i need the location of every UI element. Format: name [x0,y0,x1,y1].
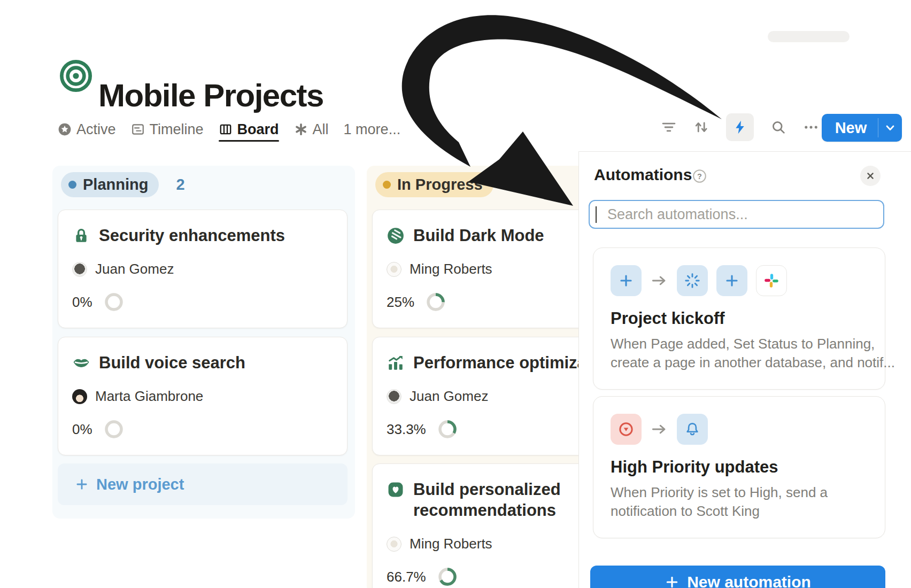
progress-ring [103,419,125,440]
progress-label: 0% [72,421,92,438]
plus-icon-tile [716,265,747,296]
progress-ring [437,419,458,440]
column-count: 2 [176,176,184,194]
automation-icon-row [611,265,868,296]
avatar [72,262,87,277]
progress-label: 0% [72,294,92,311]
more-icon[interactable] [803,119,819,135]
star-circle-icon [58,122,72,136]
assignee-name: Juan Gomez [95,261,174,277]
close-button[interactable] [860,166,881,186]
automation-icon-row [611,414,868,445]
card-title: Build Dark Mode [413,225,544,246]
active-tab-underline [219,140,279,142]
automation-description: create a page in another database, and n… [611,353,868,372]
page-title: Mobile Projects [98,77,323,114]
automations-search-input[interactable] [589,200,884,229]
tab-active[interactable]: Active [58,121,116,138]
tab-label: Timeline [150,121,204,138]
blurred-artifact [768,31,850,42]
card-title: Build voice search [99,352,245,373]
tab-all[interactable]: All [294,121,329,138]
spinner-icon-tile [677,265,708,296]
view-tabs: ActiveTimelineBoardAll1 more... [58,118,400,141]
progress-label: 25% [387,294,414,311]
avatar [387,537,402,552]
slack-icon-tile [756,265,787,296]
automation-title: Project kickoff [611,309,868,328]
status-dot [383,181,391,189]
progress-label: 66.7% [387,569,426,585]
new-button-label[interactable]: New [822,119,878,137]
automation-card-high-priority-updates[interactable]: High Priority updatesWhen Priority is se… [593,396,885,538]
plus-icon [75,477,89,491]
sort-icon[interactable] [693,119,709,135]
automations-panel: Automations ? Project kickoffWhen Page a… [578,151,911,588]
priority-icon [617,420,635,438]
chevron-down-icon[interactable] [878,118,902,137]
automation-description: When Priority is set to High, send a [611,483,868,502]
new-project-label: New project [96,476,184,493]
automation-title: High Priority updates [611,458,868,477]
plus-icon [723,272,741,290]
board-toolbar [661,113,819,141]
column-header: Planning2 [61,172,185,197]
card-title: Security enhancements [99,225,285,246]
lips-icon [72,354,90,372]
new-project-button[interactable]: New project [58,463,348,505]
automation-card-project-kickoff[interactable]: Project kickoffWhen Page added, Set Stat… [593,247,885,390]
tab-label: Board [237,121,279,138]
status-pill-planning[interactable]: Planning [61,172,159,197]
help-icon[interactable]: ? [692,169,707,183]
bell-icon [683,420,701,438]
project-card[interactable]: Build voice searchMarta Giambrone0% [58,337,348,455]
assignee-row: Marta Giambrone [72,388,333,405]
avatar [387,262,402,277]
tab-1-more[interactable]: 1 more... [344,121,401,138]
progress-row: 0% [72,419,333,440]
tab-label: All [313,121,329,138]
heart-icon [387,481,405,499]
priority-icon-tile [611,414,642,445]
plus-icon-tile [611,265,642,296]
tab-board[interactable]: Board [219,121,279,138]
svg-text:?: ? [697,172,702,181]
text-caret [596,206,597,223]
status-pill-in-progress[interactable]: In Progress [375,172,493,197]
filter-icon[interactable] [661,119,677,135]
new-automation-label: New automation [687,573,811,588]
panel-title: Automations [594,166,692,184]
new-button[interactable]: New [822,114,902,142]
automation-description: notification to Scott King [611,502,868,521]
progress-ring [103,291,125,313]
new-automation-button[interactable]: New automation [590,566,885,588]
board-icon [219,122,233,136]
avatar [387,389,402,404]
automations-bolt-icon[interactable] [726,113,754,141]
plus-icon [665,575,680,588]
automation-description: When Page added, Set Status to Planning, [611,335,868,353]
tab-label: 1 more... [344,121,401,138]
plus-icon [617,272,635,290]
slack-icon [762,272,781,290]
avatar [72,389,87,404]
progress-label: 33.3% [387,421,426,438]
column-planning: Planning2Security enhancementsJuan Gomez… [52,166,355,519]
assignee-name: Ming Roberts [410,536,492,552]
search-icon[interactable] [770,119,786,135]
progress-ring [425,291,446,313]
tab-label: Active [76,121,116,138]
progress-row: 0% [72,291,333,313]
project-card[interactable]: Security enhancementsJuan Gomez0% [58,210,348,328]
performance-chart-icon [387,354,405,372]
assignee-row: Juan Gomez [72,261,333,277]
progress-ring [437,566,458,587]
timeline-icon [131,122,145,136]
close-icon [864,170,876,182]
assignee-name: Marta Giambrone [95,388,203,405]
spinner-icon [683,272,701,290]
assignee-name: Juan Gomez [410,388,488,405]
tab-timeline[interactable]: Timeline [131,121,204,138]
column-name: Planning [83,176,148,194]
asterisk-icon [294,122,308,136]
